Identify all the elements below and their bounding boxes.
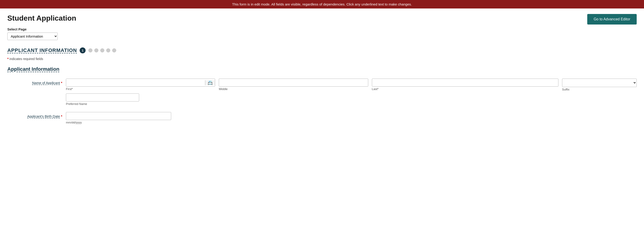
required-star: *	[7, 57, 8, 61]
dot-1	[88, 48, 92, 53]
birth-date-field-group: mm/dd/yyyy	[66, 112, 637, 124]
dot-5	[112, 48, 116, 53]
birth-date-input[interactable]	[66, 112, 171, 120]
progress-dots	[88, 48, 116, 53]
select-page-dropdown[interactable]: Applicant Information	[7, 33, 58, 40]
section-badge: 1	[80, 47, 86, 53]
contact-card-icon: 📇	[205, 80, 215, 85]
middle-sublabel: Middle	[219, 87, 368, 91]
advanced-editor-button[interactable]: Go to Advanced Editor	[587, 14, 637, 25]
middle-name-group: Middle	[219, 79, 368, 91]
name-of-applicant-row: Name of Applicant * 📇 First* Middle	[7, 79, 637, 106]
page-header: Student Application Go to Advanced Edito…	[0, 9, 644, 27]
birth-date-sublabel: mm/dd/yyyy	[66, 121, 637, 124]
page-title: Student Application	[7, 14, 76, 23]
birth-date-required-star: *	[61, 114, 62, 118]
last-sublabel: Last*	[372, 87, 558, 91]
suffix-sublabel: Suffix	[562, 88, 637, 91]
birth-date-row: Applicant's Birth Date * mm/dd/yyyy	[7, 112, 637, 124]
birth-date-label-col: Applicant's Birth Date *	[7, 112, 62, 118]
select-page-label: Select Page	[7, 27, 637, 31]
first-sublabel: First*	[66, 87, 215, 91]
name-fields-col: 📇 First* Middle Last*	[66, 79, 637, 106]
form-section: Applicant Information Name of Applicant …	[0, 64, 644, 136]
suffix-select[interactable]: Jr. Sr. II III	[562, 79, 637, 87]
edit-mode-banner: This form is in edit mode. All fields ar…	[0, 0, 644, 9]
first-name-group: 📇 First*	[66, 79, 215, 91]
preferred-sublabel: Preferred Name	[66, 102, 139, 106]
name-first-row: 📇 First* Middle Last*	[66, 79, 637, 91]
first-name-input-wrapper: 📇	[66, 79, 215, 87]
birth-date-fields-col: mm/dd/yyyy	[66, 112, 637, 124]
preferred-name-group: Preferred Name	[66, 93, 139, 106]
birth-date-label: Applicant's Birth Date	[27, 114, 60, 118]
select-page-section: Select Page Applicant Information	[0, 27, 644, 44]
applicant-info-section-header: APPLICANT INFORMATION 1	[0, 44, 644, 55]
name-of-applicant-label: Name of Applicant	[32, 81, 60, 85]
middle-name-input[interactable]	[219, 79, 368, 87]
form-section-title: Applicant Information	[7, 66, 637, 72]
name-required-star: *	[61, 81, 62, 85]
preferred-name-input[interactable]	[66, 93, 139, 102]
first-name-input[interactable]	[66, 79, 205, 86]
dot-3	[100, 48, 104, 53]
required-note: * indicates required fields	[0, 55, 644, 64]
last-name-input[interactable]	[372, 79, 558, 87]
suffix-group: Jr. Sr. II III Suffix	[562, 79, 637, 91]
last-name-group: Last*	[372, 79, 558, 91]
dot-2	[94, 48, 98, 53]
name-label-col: Name of Applicant *	[7, 79, 62, 85]
dot-4	[106, 48, 110, 53]
section-main-title: APPLICANT INFORMATION	[7, 47, 77, 53]
preferred-name-row: Preferred Name	[66, 93, 637, 106]
